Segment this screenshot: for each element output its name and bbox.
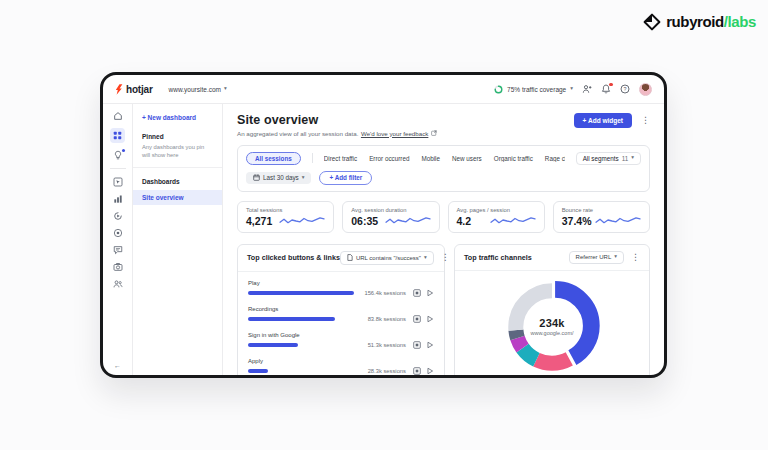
play-recording-icon[interactable]	[426, 341, 434, 349]
metric-label: Bounce rate	[562, 207, 641, 213]
clicked-row: Sign in with Google 51.3k sessions	[248, 332, 434, 349]
url-filter-dropdown[interactable]: URL contains "/success" ▾	[340, 251, 434, 265]
metric-value: 4.2	[457, 215, 472, 227]
chevron-down-icon: ▾	[614, 254, 617, 260]
segment-tab[interactable]: Direct traffic	[324, 155, 357, 162]
sparkline-chart	[595, 214, 641, 227]
coverage-ring-icon	[494, 85, 503, 94]
segment-tab-selected[interactable]: All sessions	[246, 152, 301, 165]
home-icon[interactable]	[113, 111, 123, 121]
surveys-chat-icon[interactable]	[113, 245, 123, 255]
interviews-camera-icon[interactable]	[113, 262, 123, 272]
chevron-down-icon: ▾	[224, 86, 227, 92]
calendar-icon	[253, 174, 260, 181]
clicked-row-bar-track	[248, 343, 358, 347]
play-recording-icon[interactable]	[426, 367, 434, 375]
segment-list: Direct trafficError occurredMobileNew us…	[324, 155, 565, 162]
icon-rail: ←	[103, 104, 133, 375]
notification-dot	[122, 149, 125, 152]
team-users-icon[interactable]	[113, 279, 123, 289]
hotjar-wordmark: hotjar	[126, 84, 153, 95]
view-heatmap-icon[interactable]	[413, 315, 421, 323]
metrics-row: Total sessions 4,271 Avg. session durati…	[237, 201, 650, 233]
donut-chart: 234k www.google.com/	[496, 274, 608, 379]
play-recording-icon[interactable]	[426, 315, 434, 323]
hotjar-flame-icon	[114, 84, 123, 95]
clicked-row-bar-track	[248, 369, 358, 373]
metric-card[interactable]: Total sessions 4,271	[237, 201, 334, 233]
clicked-row-sessions: 156.4k sessions	[364, 290, 406, 296]
widget-kebab-menu-icon[interactable]: ⋮	[441, 253, 450, 262]
hotjar-logo[interactable]: hotjar	[114, 84, 153, 95]
segment-divider	[312, 153, 313, 163]
dashboards-panel: + New dashboard Pinned Any dashboards yo…	[133, 104, 223, 375]
view-heatmap-icon[interactable]	[413, 367, 421, 375]
external-link-icon	[431, 130, 437, 136]
sparkline-chart	[385, 214, 431, 227]
page-kebab-menu-icon[interactable]: ⋮	[641, 116, 650, 125]
add-widget-button[interactable]: + Add widget	[574, 113, 632, 128]
coverage-label: 75% traffic coverage	[507, 86, 566, 93]
all-segments-dropdown[interactable]: All segments 11 ▾	[576, 152, 641, 165]
recordings-icon[interactable]	[113, 211, 123, 221]
metric-value: 4,271	[246, 215, 272, 227]
clicked-row-label: Sign in with Google	[248, 332, 434, 338]
dashboards-nav-active[interactable]	[110, 128, 125, 143]
metric-card[interactable]: Avg. session duration 06:35	[342, 201, 439, 233]
view-heatmap-icon[interactable]	[413, 289, 421, 297]
help-icon[interactable]: ?	[620, 84, 630, 94]
notifications-button[interactable]	[601, 84, 611, 94]
pinned-section-label: Pinned	[133, 123, 222, 143]
topbar: hotjar www.yoursite.com ▾ 75% traffic co…	[103, 75, 664, 104]
clicked-row-label: Play	[248, 280, 434, 286]
metric-card[interactable]: Avg. pages / session 4.2	[448, 201, 545, 233]
rubyroidlabs-icon	[643, 13, 661, 31]
segment-tab[interactable]: Organic traffic	[494, 155, 533, 162]
segment-tab[interactable]: Error occurred	[369, 155, 409, 162]
app-window-frame: hotjar www.yoursite.com ▾ 75% traffic co…	[100, 72, 667, 378]
feedback-link[interactable]: We'd love your feedback	[361, 130, 428, 137]
widget-title: Top traffic channels	[464, 253, 532, 262]
new-dashboard-link[interactable]: + New dashboard	[133, 112, 222, 123]
chevron-down-icon: ▾	[631, 155, 634, 161]
brand-name: rubyroid	[666, 13, 724, 30]
heatmaps-icon[interactable]	[113, 177, 123, 187]
clicked-row-bar-track	[248, 291, 354, 295]
dashboards-grid-icon	[113, 131, 122, 140]
sparkline-chart	[490, 214, 536, 227]
clicked-row-sessions: 28.3k sessions	[368, 368, 406, 374]
segment-tab[interactable]: New users	[452, 155, 482, 162]
segment-tab[interactable]: Rage clicked	[545, 155, 565, 162]
insights-nav[interactable]	[113, 150, 123, 160]
clicked-row-bar	[248, 343, 298, 347]
user-avatar[interactable]	[639, 83, 652, 96]
donut-svg	[496, 274, 608, 379]
funnels-target-icon[interactable]	[113, 228, 123, 238]
dashboards-section-label: Dashboards	[133, 168, 222, 188]
add-filter-button[interactable]: + Add filter	[319, 171, 372, 185]
rail-divider	[110, 168, 126, 169]
metric-card[interactable]: Bounce rate 37.4%	[553, 201, 650, 233]
invite-user-icon[interactable]	[582, 84, 592, 94]
chevron-down-icon: ▾	[302, 175, 305, 181]
main-content: Site overview An aggregated view of all …	[223, 104, 664, 375]
clicked-row-bar-track	[248, 317, 358, 321]
view-heatmap-icon[interactable]	[413, 341, 421, 349]
clicked-row: Play 156.4k sessions	[248, 280, 434, 297]
metric-value: 37.4%	[562, 215, 592, 227]
segment-tab[interactable]: Mobile	[421, 155, 440, 162]
metric-value: 06:35	[351, 215, 378, 227]
site-selector[interactable]: www.yoursite.com ▾	[169, 86, 227, 93]
referrer-dropdown[interactable]: Referrer URL ▾	[569, 251, 624, 264]
traffic-coverage-menu[interactable]: 75% traffic coverage ▾	[494, 85, 573, 94]
trends-bar-chart-icon[interactable]	[113, 194, 123, 204]
widget-kebab-menu-icon[interactable]: ⋮	[631, 253, 640, 262]
collapse-sidebar-icon[interactable]: ←	[114, 362, 121, 369]
svg-text:?: ?	[624, 86, 627, 92]
lightbulb-icon	[113, 150, 123, 160]
date-range-dropdown[interactable]: Last 30 days ▾	[246, 172, 311, 184]
sparkline-chart	[279, 214, 325, 227]
sidebar-item-site-overview[interactable]: Site overview	[133, 190, 222, 205]
play-recording-icon[interactable]	[426, 289, 434, 297]
clicked-row-bar	[248, 369, 268, 373]
